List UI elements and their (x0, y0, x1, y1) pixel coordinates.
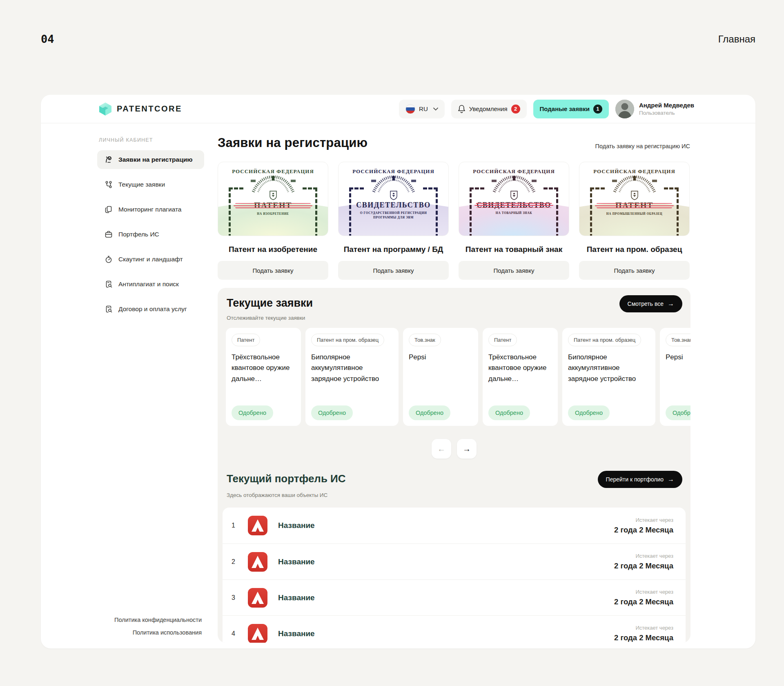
application-title: Биполярное аккумулятивное зарядное устро… (311, 352, 393, 384)
portfolio-subtitle: Здесь отображаются ваши объекты ИС (227, 492, 327, 498)
cert-card-software: РОССИЙСКАЯ ФЕДЕРАЦИЯ СВИДЕТЕЛЬСТВО О ГОС… (338, 162, 449, 280)
ip-object-name: Название (278, 629, 315, 638)
certificate-country: РОССИЙСКАЯ ФЕДЕРАЦИЯ (218, 168, 328, 175)
sidebar-item-plagiarism-monitoring[interactable]: Мониторинг плагиата (97, 200, 204, 219)
application-card[interactable]: Патент на пром. образец Биполярное аккум… (305, 328, 399, 426)
arrow-right-icon: → (463, 444, 471, 454)
submitted-applications-button[interactable]: Поданые заявки 1 (533, 100, 609, 118)
portfolio-row[interactable]: 2 Название Истекает через 2 года 2 Месяц… (223, 543, 686, 579)
sidebar-item-label: Заявки на регистрацию (118, 156, 192, 163)
ru-flag-icon (405, 104, 415, 114)
apply-button[interactable]: Подать заявку (338, 261, 449, 280)
expiry-label: Истекает через (614, 553, 673, 559)
user-role: Пользователь (639, 110, 694, 116)
cert-card-title: Патент на товарный знак (459, 245, 569, 254)
certificate-doc-subtitle: О ГОСУДАРСТВЕННОЙ РЕГИСТРАЦИИ ПРОГРАММЫ … (359, 211, 428, 220)
sidebar-item-contract-payment[interactable]: Договор и оплата услуг (97, 300, 204, 318)
status-badge: Одобрено (232, 405, 273, 420)
apply-button[interactable]: Подать заявку (579, 261, 690, 280)
next-page-button[interactable]: → (457, 439, 477, 459)
document-search-icon (105, 280, 113, 288)
carousel-pager: ← → (218, 439, 690, 459)
certificate-country: РОССИЙСКАЯ ФЕДЕРАЦИЯ (579, 168, 689, 175)
row-number: 1 (232, 522, 248, 529)
sidebar-item-label: Мониторинг плагиата (118, 206, 181, 213)
portfolio-row[interactable]: 3 Название Истекает через 2 года 2 Месяц… (223, 579, 686, 615)
user-menu[interactable]: Андрей Медведев Пользователь (615, 100, 694, 118)
sidebar-item-scouting-landscape[interactable]: Скаутинг и ландшафт (97, 250, 204, 269)
expiry-label: Истекает через (614, 625, 673, 631)
portfolio-list: 1 Название Истекает через 2 года 2 Месяц… (223, 508, 686, 643)
ip-object-name: Название (278, 557, 315, 566)
chevron-down-icon (433, 107, 438, 111)
application-card[interactable]: Тов.знак Pepsi Одобрено (660, 328, 690, 426)
sidebar-section-label: ЛИЧНЫЙ КАБИНЕТ (99, 137, 204, 143)
application-card[interactable]: Патент Трёхствольное квантовое оружие да… (483, 328, 558, 426)
expiry-value: 2 года 2 Месяца (614, 561, 673, 570)
portfolio-title: Текущий портфель ИС (227, 472, 346, 485)
apply-button[interactable]: Подать заявку (459, 261, 569, 280)
stopwatch-icon (105, 255, 113, 263)
status-badge: Одобрено (568, 405, 610, 420)
arrow-right-icon: → (668, 300, 674, 307)
application-title: Pepsi (666, 352, 690, 363)
sidebar-item-ip-portfolio[interactable]: Портфель ИС (97, 225, 204, 244)
certificate-doc-subtitle: НА ИЗОБРЕТЕНИЕ (238, 212, 308, 216)
sidebar-item-current-applications[interactable]: Текущие заявки (97, 175, 204, 194)
application-card[interactable]: Тов.знак Pepsi Одобрено (403, 328, 478, 426)
certificate-country: РОССИЙСКАЯ ФЕДЕРАЦИЯ (459, 168, 569, 175)
certificate-doc-word: ПАТЕНТ (579, 201, 689, 210)
applications-carousel: Патент Трёхствольное квантовое оружие да… (226, 328, 690, 426)
ip-object-logo-icon (248, 516, 267, 535)
certificate-country: РОССИЙСКАЯ ФЕДЕРАЦИЯ (339, 168, 448, 175)
language-selector[interactable]: RU (399, 100, 445, 118)
cert-card-trademark: РОССИЙСКАЯ ФЕДЕРАЦИЯ СВИДЕТЕЛЬСТВО НА ТО… (459, 162, 569, 280)
submit-application-link[interactable]: Подать заявку на регистрацию ИС (595, 143, 690, 149)
expiry-label: Истекает через (614, 517, 673, 523)
app-window: PATENTCORE RU Уведомления 2 Поданые заяв… (41, 95, 755, 648)
cert-card-title: Патент на программу / БД (338, 245, 449, 254)
see-all-button[interactable]: Смотреть все → (619, 295, 682, 312)
notifications-button[interactable]: Уведомления 2 (451, 100, 527, 118)
application-card[interactable]: Патент на пром. образец Биполярное аккум… (562, 328, 655, 426)
submitted-applications-label: Поданые заявки (540, 105, 590, 112)
coat-of-arms-icon (269, 190, 277, 200)
expiry-info: Истекает через 2 года 2 Месяца (614, 517, 673, 535)
expiry-label: Истекает через (614, 589, 673, 595)
application-type-tag: Патент (488, 334, 517, 346)
expiry-info: Истекает через 2 года 2 Месяца (614, 589, 673, 606)
apply-button[interactable]: Подать заявку (218, 261, 328, 280)
avatar (615, 100, 634, 118)
prev-page-button[interactable]: ← (432, 439, 451, 459)
privacy-policy-link[interactable]: Политика конфиденциальности (97, 617, 202, 623)
cert-card-industrial-design: РОССИЙСКАЯ ФЕДЕРАЦИЯ ПАТЕНТ НА ПРОМЫШЛЕН… (579, 162, 690, 280)
certificate-doc-word: ПАТЕНТ (218, 201, 328, 210)
sidebar-item-antiplagiarism-search[interactable]: Антиплагиат и поиск (97, 275, 204, 294)
expiry-info: Истекает через 2 года 2 Месяца (614, 625, 673, 642)
cert-card-invention: РОССИЙСКАЯ ФЕДЕРАЦИЯ ПАТЕНТ НА ИЗОБРЕТЕН… (218, 162, 328, 280)
coat-of-arms-icon (510, 190, 518, 200)
row-number: 3 (232, 594, 248, 601)
sidebar-item-label: Договор и оплата услуг (118, 305, 187, 313)
sidebar-footer-links: Политика конфиденциальности Политика исп… (97, 617, 202, 642)
expiry-info: Истекает через 2 года 2 Месяца (614, 553, 673, 570)
user-name: Андрей Медведев (639, 102, 694, 109)
portfolio-row[interactable]: 4 Название Истекает через 2 года 2 Месяц… (223, 615, 686, 643)
arrow-right-icon: → (668, 476, 674, 483)
application-type-tag: Тов.знак (409, 334, 441, 346)
application-title: Трёхствольное квантовое оружие дальне… (232, 352, 295, 384)
application-card[interactable]: Патент Трёхствольное квантовое оружие да… (226, 328, 301, 426)
usage-policy-link[interactable]: Политика использования (97, 629, 202, 636)
cert-card-title: Патент на изобретение (218, 245, 328, 254)
current-applications-subtitle: Отслеживайте текущие заявки (227, 315, 305, 321)
application-title: Трёхствольное квантовое оружие дальне… (488, 352, 552, 384)
content-panel: Текущие заявки Смотреть все → Отслеживай… (218, 288, 690, 643)
sidebar-item-label: Текущие заявки (118, 181, 165, 188)
portfolio-row[interactable]: 1 Название Истекает через 2 года 2 Месяц… (223, 508, 686, 543)
notifications-label: Уведомления (469, 105, 508, 112)
brand-cube-icon (98, 102, 113, 116)
brand-name: PATENTCORE (117, 104, 182, 114)
certificate-doc-word: СВИДЕТЕЛЬСТВО (459, 201, 569, 209)
sidebar-item-registration-applications[interactable]: Заявки на регистрацию (97, 150, 204, 169)
go-to-portfolio-button[interactable]: Перейти к портфолио → (598, 471, 682, 488)
